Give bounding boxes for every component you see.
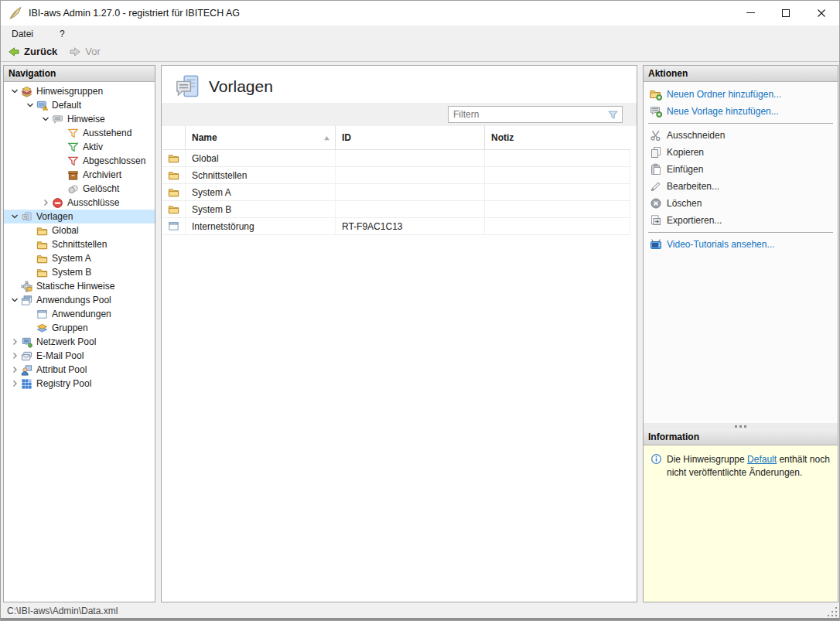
- navigation-header: Navigation: [4, 66, 155, 82]
- template-pages-icon: [21, 211, 32, 223]
- name-column-header[interactable]: Name: [186, 126, 336, 149]
- resize-grip-icon[interactable]: [826, 606, 837, 616]
- gear-notice-icon: [21, 281, 32, 292]
- copy-icon: [650, 146, 662, 159]
- id-column-header[interactable]: ID: [336, 126, 485, 149]
- toolbar: Zurück Vor: [1, 42, 839, 62]
- folder-icon: [168, 152, 179, 164]
- tree-item-email-pool[interactable]: E-Mail Pool: [4, 349, 155, 363]
- minimize-button[interactable]: [732, 1, 768, 25]
- information-header: Information: [644, 429, 838, 445]
- tree-item-aktiv[interactable]: Aktiv: [4, 140, 155, 154]
- funnel-green-icon: [67, 142, 79, 153]
- person-monitor-icon: [21, 364, 32, 376]
- chevron-right-icon[interactable]: [9, 336, 21, 348]
- filter-funnel-icon[interactable]: [607, 109, 619, 121]
- tree-item-schnittstellen[interactable]: Schnittstellen: [4, 237, 155, 251]
- separator: [648, 123, 833, 124]
- notiz-column-header[interactable]: Notiz: [485, 126, 630, 149]
- actions-header: Aktionen: [644, 66, 838, 82]
- tree-item-attribut-pool[interactable]: Attribut Pool: [4, 363, 155, 377]
- tree-item-system-b[interactable]: System B: [4, 265, 155, 279]
- monitor-warning-icon: [36, 100, 48, 111]
- table-row[interactable]: Internetstörung RT-F9AC1C13: [162, 218, 630, 235]
- table-row[interactable]: System B: [162, 201, 630, 218]
- filter-input[interactable]: [453, 107, 600, 121]
- envelope-icon: [21, 350, 32, 362]
- tree-item-hinweise[interactable]: Hinweise: [4, 112, 155, 126]
- tree-item-anwendungs-pool[interactable]: Anwendungs Pool: [4, 293, 155, 307]
- navigation-tree: Hinweisgruppen Default Hinweise Ausstehe…: [4, 82, 155, 391]
- tree-item-hinweisgruppen[interactable]: Hinweisgruppen: [4, 84, 155, 98]
- menubar: Datei ?: [1, 26, 839, 42]
- window-bottom-edge: [1, 618, 839, 621]
- chevron-down-icon[interactable]: [9, 294, 21, 306]
- titlebar: IBI-aws Admin 1.27.0 - registriert für I…: [1, 1, 839, 26]
- table-row[interactable]: System A: [162, 184, 630, 201]
- icon-column-header[interactable]: [162, 126, 186, 149]
- close-button[interactable]: [804, 1, 839, 25]
- registry-grid-icon: [21, 378, 32, 390]
- table-row[interactable]: Schnittstellen: [162, 167, 630, 184]
- chevron-down-icon[interactable]: [39, 113, 52, 125]
- actions-panel: Aktionen Neuen Ordner hinzufügen... Neue…: [643, 65, 838, 602]
- folder-icon: [168, 169, 179, 181]
- close-icon: [817, 9, 826, 18]
- export-icon: [650, 214, 662, 227]
- forward-arrow-icon: [69, 46, 81, 58]
- folder-icon: [36, 239, 48, 251]
- tree-item-default[interactable]: Default: [4, 98, 155, 112]
- menu-datei[interactable]: Datei: [4, 27, 41, 41]
- chevron-right-icon[interactable]: [9, 377, 21, 390]
- chevron-right-icon[interactable]: [9, 350, 21, 362]
- tree-item-global[interactable]: Global: [4, 223, 155, 237]
- panel-splitter[interactable]: [644, 423, 838, 429]
- action-copy[interactable]: Kopieren: [644, 144, 838, 161]
- action-add-template[interactable]: Neue Vorlage hinzufügen...: [644, 103, 838, 120]
- tree-item-netzwerk-pool[interactable]: Netzwerk Pool: [4, 335, 155, 349]
- folder-icon: [168, 186, 179, 198]
- action-cut[interactable]: Ausschneiden: [644, 127, 838, 144]
- template-add-icon: [650, 105, 662, 118]
- chevron-down-icon[interactable]: [9, 85, 21, 97]
- tree-item-registry-pool[interactable]: Registry Pool: [4, 377, 155, 391]
- archive-box-icon: [67, 169, 79, 181]
- tree-item-geloescht[interactable]: Gelöscht: [4, 182, 155, 196]
- tree-item-archiviert[interactable]: Archiviert: [4, 168, 155, 182]
- forward-button[interactable]: Vor: [64, 44, 105, 60]
- default-group-link[interactable]: Default: [747, 454, 777, 465]
- speech-bubble-icon: [52, 114, 63, 125]
- tree-item-ausstehend[interactable]: Ausstehend: [4, 126, 155, 140]
- action-paste[interactable]: Einfügen: [644, 161, 838, 178]
- maximize-button[interactable]: [768, 1, 804, 25]
- chevron-right-icon[interactable]: [9, 363, 21, 376]
- folder-icon: [36, 225, 48, 237]
- tree-item-vorlagen[interactable]: Vorlagen: [4, 210, 155, 223]
- action-add-folder[interactable]: Neuen Ordner hinzufügen...: [644, 86, 838, 103]
- delete-circle-icon: [650, 197, 662, 210]
- action-edit[interactable]: Bearbeiten...: [644, 178, 838, 195]
- chevron-down-icon[interactable]: [9, 210, 21, 223]
- tree-item-statische-hinweise[interactable]: Statische Hinweise: [4, 279, 155, 293]
- maximize-icon: [782, 9, 790, 17]
- window-icon: [36, 309, 48, 320]
- action-export[interactable]: Exportieren...: [644, 212, 838, 229]
- tree-item-abgeschlossen[interactable]: Abgeschlossen: [4, 154, 155, 168]
- action-delete[interactable]: Löschen: [644, 195, 838, 212]
- action-video-tutorials[interactable]: Video-Tutorials ansehen...: [644, 236, 838, 253]
- page-title: Vorlagen: [209, 77, 273, 96]
- tree-item-anwendungen[interactable]: Anwendungen: [4, 307, 155, 321]
- chevron-down-icon[interactable]: [24, 99, 36, 111]
- main-panel: Vorlagen Name ID Notiz Global Sch: [161, 65, 637, 602]
- tree-item-ausschluesse[interactable]: Ausschlüsse: [4, 196, 155, 210]
- table-row[interactable]: Global: [162, 150, 630, 167]
- minimize-icon: [746, 12, 755, 13]
- menu-help[interactable]: ?: [52, 27, 73, 41]
- network-monitor-icon: [21, 336, 32, 348]
- back-button[interactable]: Zurück: [3, 44, 62, 60]
- data-file-path: C:\IBI-aws\Admin\Data.xml: [7, 606, 118, 616]
- chevron-right-icon[interactable]: [39, 196, 52, 209]
- filter-band: [162, 103, 637, 126]
- tree-item-system-a[interactable]: System A: [4, 251, 155, 265]
- tree-item-gruppen[interactable]: Gruppen: [4, 321, 155, 335]
